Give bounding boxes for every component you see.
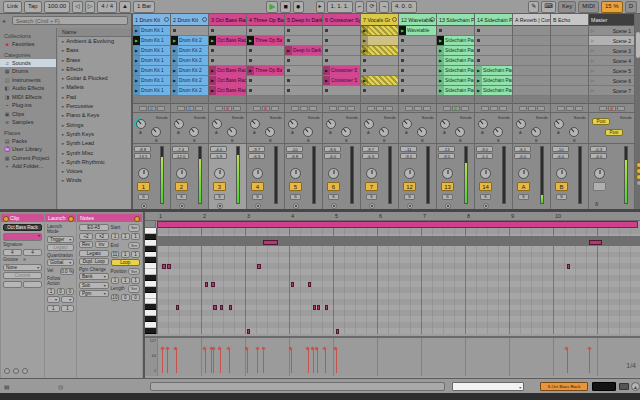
set-button[interactable]: Set	[128, 224, 140, 232]
pan-knob[interactable]	[176, 168, 187, 179]
sidebar-item-add-folder-[interactable]: +Add Folder...	[0, 162, 56, 171]
solo-button[interactable]: S	[556, 194, 567, 200]
set-button[interactable]: Set	[128, 242, 140, 250]
midi-note[interactable]	[308, 282, 312, 287]
clip-launch-icon[interactable]: ▶	[133, 46, 140, 55]
send-a-knob[interactable]	[174, 119, 184, 129]
routing-cell[interactable]	[309, 106, 317, 111]
send-a-knob[interactable]	[250, 119, 260, 129]
velocity-marker[interactable]	[263, 349, 264, 373]
routing-cell[interactable]	[177, 106, 185, 111]
track-activator-button[interactable]: A	[517, 182, 530, 191]
track-header[interactable]: 6 Crossover Sy	[323, 14, 360, 26]
pan-value-box[interactable]: -5.1	[476, 153, 493, 159]
tap-tempo-button[interactable]: Tap	[24, 1, 42, 13]
midi-note[interactable]	[589, 240, 602, 245]
velocity-marker[interactable]	[205, 349, 206, 373]
start-value-digit[interactable]: 1	[121, 233, 130, 240]
clip-stop-button[interactable]	[247, 86, 284, 96]
scene-launch-icon[interactable]: ▷	[591, 78, 594, 83]
end-value-digit[interactable]: 1	[131, 251, 140, 258]
track-activator-button[interactable]: 3	[213, 182, 226, 191]
track-activator-button[interactable]: 4	[251, 182, 264, 191]
sidebar-item-packs[interactable]: ▤Packs	[0, 137, 56, 146]
pan-knob[interactable]	[214, 168, 225, 179]
track-header[interactable]: 13 Sidechain Pad	[437, 14, 474, 26]
length-value-digit[interactable]: 10	[111, 294, 120, 301]
clip-launch-icon[interactable]: ▶	[361, 36, 368, 45]
clip-slot[interactable]: ▶Oct Bass Rack	[209, 86, 246, 96]
midi-note[interactable]	[211, 282, 215, 287]
start-value-digit[interactable]: 1	[111, 233, 120, 240]
pan-value-box[interactable]: -6.8	[286, 153, 303, 159]
routing-cell[interactable]	[157, 106, 165, 111]
clip-stop-button[interactable]	[323, 56, 360, 66]
end-value-digit[interactable]: 11	[111, 251, 120, 258]
browser-footer-target-icon[interactable]: ◎	[58, 383, 63, 390]
clip-slot[interactable]: ▶	[361, 36, 398, 46]
send-b-knob[interactable]	[265, 127, 275, 137]
clip-stop-button[interactable]	[247, 26, 284, 36]
volume-value-box[interactable]: -9.0	[476, 146, 493, 152]
start-value-digit[interactable]: 1	[131, 233, 140, 240]
reverse-button[interactable]: Rev	[79, 241, 93, 248]
clip-stop-button[interactable]	[399, 56, 436, 66]
velocity-lane[interactable]	[157, 336, 640, 376]
group-unfold-icon[interactable]	[430, 17, 435, 22]
sidebar-item-instruments[interactable]: ◫Instruments	[0, 76, 56, 85]
clip-stop-button[interactable]	[209, 26, 246, 36]
loop-toggle[interactable]: ⟳	[366, 1, 377, 13]
clip-stop-button[interactable]	[171, 26, 208, 36]
clip-slot[interactable]: ▶Drum Kit 1	[133, 26, 170, 36]
midi-note[interactable]	[336, 329, 340, 334]
clip-slot[interactable]: ▶Drum Kit 2	[171, 76, 208, 86]
routing-cell[interactable]	[575, 106, 583, 111]
midi-note[interactable]	[317, 305, 321, 310]
clip-launch-icon[interactable]: ▶	[399, 26, 406, 35]
track-header[interactable]: 2 Drum Kit	[171, 14, 208, 26]
clip-stop-button[interactable]	[323, 46, 360, 56]
velocity-marker[interactable]	[308, 349, 309, 373]
routing-cell[interactable]	[148, 106, 156, 111]
clip-stop-button[interactable]	[323, 86, 360, 96]
send-a-knob[interactable]	[554, 119, 564, 129]
scene-launch-icon[interactable]: ▷	[591, 58, 594, 63]
scene-slot[interactable]: ▷Scene 4	[589, 56, 634, 66]
clip-stop-button[interactable]	[247, 76, 284, 86]
pan-knob[interactable]	[328, 168, 339, 179]
status-combo-box[interactable]	[452, 382, 524, 391]
browser-list-item[interactable]: Synth Keys	[58, 130, 131, 139]
sidebar-item-samples[interactable]: ≋Samples	[0, 118, 56, 127]
velocity-marker[interactable]	[213, 349, 214, 373]
program-chooser[interactable]: Pgm	[79, 290, 109, 297]
routing-cell[interactable]	[566, 106, 574, 111]
routing-cell[interactable]	[215, 106, 223, 111]
clip-launch-icon[interactable]: ▶	[437, 56, 444, 65]
clip-stop-button[interactable]	[399, 46, 436, 56]
track-activator-button[interactable]: B	[555, 182, 568, 191]
group-unfold-icon[interactable]	[164, 17, 169, 22]
group-unfold-icon[interactable]	[392, 17, 397, 22]
volume-value-box[interactable]: -13	[438, 146, 455, 152]
pan-value-box[interactable]: -6.0	[514, 153, 531, 159]
master-track-header[interactable]: Master	[589, 14, 634, 26]
sidebar-item-plug-ins[interactable]: ⌁Plug-ins	[0, 101, 56, 110]
routing-cell[interactable]	[528, 106, 536, 111]
solo-button[interactable]: S	[214, 194, 225, 200]
link-button[interactable]: Link	[3, 1, 22, 13]
velocity-marker[interactable]	[167, 349, 168, 373]
key-map-button[interactable]: Key	[558, 1, 576, 13]
clip-color-chooser[interactable]	[3, 233, 42, 241]
track-header[interactable]: 12 Wavetable	[399, 14, 436, 26]
velocity-marker[interactable]	[257, 349, 258, 373]
pan-knob[interactable]	[442, 168, 453, 179]
routing-cell[interactable]	[519, 106, 527, 111]
clip-slot[interactable]: ▶Sidechain Pad	[437, 66, 474, 76]
track-header[interactable]: 5 Deep In Dark	[285, 14, 322, 26]
solo-button[interactable]: S	[480, 194, 491, 200]
velocity-marker[interactable]	[247, 349, 248, 373]
track-activator-button[interactable]: 7	[365, 182, 378, 191]
send-a-knob[interactable]	[288, 119, 298, 129]
routing-cell[interactable]	[195, 106, 203, 111]
clip-launch-icon[interactable]: ▶	[361, 46, 368, 55]
